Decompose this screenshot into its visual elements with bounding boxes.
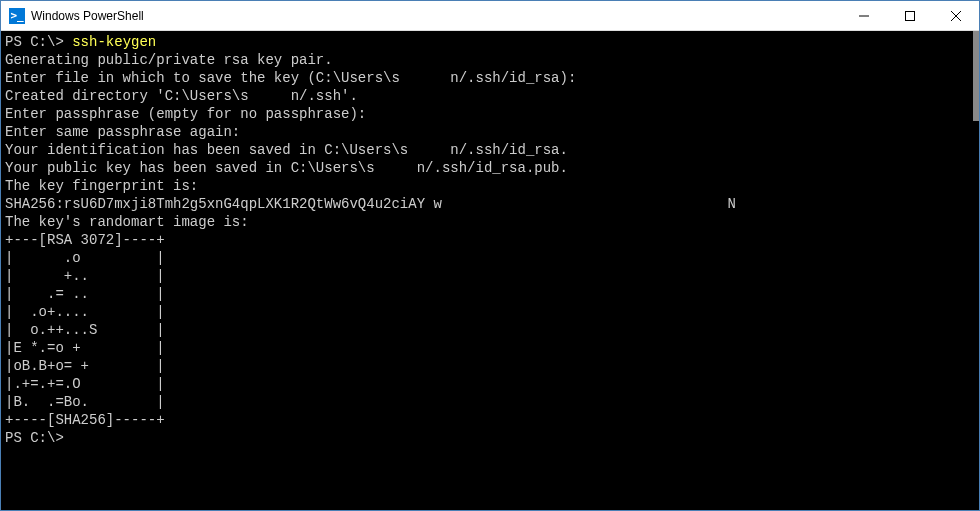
powershell-icon: >_ xyxy=(9,8,25,24)
redacted-text: xxxxx xyxy=(249,88,291,104)
window: >_ Windows PowerShell PS C:\> ssh-keygen… xyxy=(0,0,980,511)
output-line: Generating public/private rsa key pair. … xyxy=(5,52,400,86)
redacted-text: xxxxxx xyxy=(400,70,450,86)
redacted-text: xxxxx xyxy=(408,142,450,158)
terminal-area: PS C:\> ssh-keygen Generating public/pri… xyxy=(1,31,979,510)
command-text: ssh-keygen xyxy=(72,34,156,50)
maximize-button[interactable] xyxy=(887,1,933,30)
scrollbar-thumb[interactable] xyxy=(973,31,979,121)
prompt: PS C:\> xyxy=(5,34,72,50)
scrollbar[interactable] xyxy=(963,31,979,510)
terminal-output[interactable]: PS C:\> ssh-keygen Generating public/pri… xyxy=(1,31,963,510)
close-button[interactable] xyxy=(933,1,979,30)
prompt: PS C:\> xyxy=(5,430,64,446)
window-controls xyxy=(841,1,979,30)
redacted-text: xxxxxxxxxxxxxxxxxxxxxxxxxxxxxxxxxx xyxy=(442,196,728,212)
redacted-text: xxxxx xyxy=(375,160,417,176)
titlebar[interactable]: >_ Windows PowerShell xyxy=(1,1,979,31)
output-line: N The key's randomart image is: +---[RSA… xyxy=(5,196,736,428)
window-title: Windows PowerShell xyxy=(31,9,841,23)
minimize-button[interactable] xyxy=(841,1,887,30)
svg-rect-1 xyxy=(906,11,915,20)
